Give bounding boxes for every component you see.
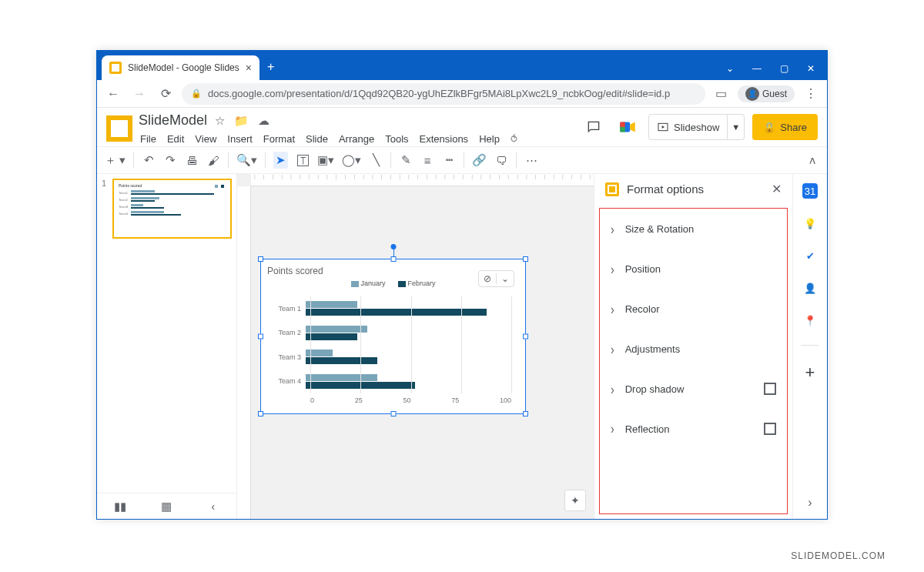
resize-handle[interactable] [258, 334, 263, 340]
slides-favicon-icon [109, 62, 122, 74]
select-tool[interactable]: ➤ [273, 152, 288, 169]
menu-slide[interactable]: Slide [304, 132, 330, 146]
comments-button[interactable] [581, 114, 607, 140]
menu-edit[interactable]: Edit [166, 132, 186, 146]
move-icon[interactable]: 📁 [234, 114, 249, 128]
address-bar: ← → ⟳ 🔒 docs.google.com/presentation/d/1… [97, 80, 827, 108]
new-slide-button[interactable]: ＋ ▾ [105, 153, 126, 168]
slide-thumbnail[interactable]: Points scored Team1 Team2 Team3 Team4 [112, 179, 232, 239]
cloud-status-icon[interactable]: ☁ [258, 114, 270, 128]
calendar-icon[interactable]: 31 [802, 183, 818, 199]
chevron-right-icon: › [611, 341, 614, 357]
close-window-icon[interactable]: ✕ [807, 63, 815, 74]
resize-handle[interactable] [258, 256, 263, 262]
format-option-position[interactable]: ›Position [600, 249, 787, 289]
zoom-button[interactable]: 🔍▾ [236, 153, 257, 167]
menu-help[interactable]: Help [477, 132, 501, 146]
chevron-right-icon: › [611, 421, 614, 437]
border-weight-tool[interactable]: ≡ [420, 154, 434, 167]
menu-tools[interactable]: Tools [383, 132, 410, 146]
close-tab-icon[interactable]: × [246, 62, 252, 74]
format-option-reflection[interactable]: ›Reflection [600, 409, 787, 449]
share-button[interactable]: 🔒 Share [752, 114, 818, 140]
unlink-icon[interactable]: ⊘ [479, 273, 496, 284]
filmstrip-view-icon[interactable]: ▮▮ [97, 500, 143, 513]
link-button[interactable]: 🔗 [472, 153, 487, 167]
selected-chart-object[interactable]: Points scored January February ⊘ ⌄ Team … [260, 259, 526, 414]
reading-list-icon[interactable]: ▭ [711, 86, 732, 101]
add-addon-button[interactable]: + [805, 363, 815, 383]
keep-icon[interactable]: 💡 [802, 216, 818, 231]
line-tool[interactable]: ╲ [369, 153, 383, 167]
comment-button[interactable]: 🗨 [494, 154, 508, 167]
menu-insert[interactable]: Insert [226, 132, 254, 146]
grid-view-icon[interactable]: ▦ [143, 500, 189, 513]
document-title[interactable]: SlideModel [139, 112, 207, 129]
checkbox[interactable] [764, 423, 776, 435]
star-icon[interactable]: ☆ [215, 114, 225, 128]
menu-bar: File Edit View Insert Format Slide Arran… [139, 132, 519, 146]
chrome-menu-icon[interactable]: ⋮ [801, 86, 821, 101]
collapse-toolbar-button[interactable]: ʌ [805, 154, 819, 166]
url-field[interactable]: 🔒 docs.google.com/presentation/d/1Qqd92Q… [182, 83, 705, 105]
contacts-icon[interactable]: 👤 [802, 280, 818, 296]
window-controls: ⌄ — ▢ ✕ [714, 63, 827, 80]
shape-tool[interactable]: ◯▾ [342, 153, 361, 167]
image-tool[interactable]: ▣▾ [317, 153, 334, 167]
menu-extensions[interactable]: Extensions [418, 132, 470, 146]
profile-label: Guest [762, 89, 787, 99]
format-option-label: Size & Rotation [625, 223, 695, 235]
resize-handle[interactable] [523, 411, 528, 416]
collapse-filmstrip-icon[interactable]: ‹ [190, 500, 236, 513]
format-option-drop-shadow[interactable]: ›Drop shadow [600, 369, 787, 409]
last-edit-icon[interactable]: ⥀ [509, 132, 519, 146]
resize-handle[interactable] [390, 411, 396, 416]
paint-format-button[interactable]: 🖌 [206, 154, 220, 167]
chevron-down-icon[interactable]: ⌄ [726, 63, 734, 74]
new-tab-button[interactable]: + [267, 60, 274, 74]
resize-handle[interactable] [258, 411, 263, 416]
close-panel-button[interactable]: ✕ [772, 182, 782, 196]
linked-chart-controls[interactable]: ⊘ ⌄ [478, 270, 514, 287]
vertical-ruler [237, 186, 251, 519]
redo-button[interactable]: ↷ [163, 153, 177, 167]
textbox-tool[interactable]: 🅃 [296, 154, 310, 167]
border-color-tool[interactable]: ✎ [399, 153, 413, 167]
explore-button[interactable]: ✦ [564, 490, 586, 511]
expand-sidepanel-icon[interactable]: › [808, 496, 812, 510]
resize-handle[interactable] [390, 256, 396, 262]
meet-button[interactable] [614, 114, 641, 140]
slides-logo-icon[interactable] [106, 115, 132, 142]
maximize-icon[interactable]: ▢ [780, 63, 788, 74]
resize-handle[interactable] [523, 256, 528, 262]
format-option-adjustments[interactable]: ›Adjustments [600, 329, 787, 369]
slideshow-dropdown[interactable]: ▼ [728, 114, 745, 140]
svg-rect-2 [620, 127, 625, 132]
slideshow-button[interactable]: Slideshow [648, 114, 728, 140]
browser-tab[interactable]: SlideModel - Google Slides × [102, 55, 259, 80]
tasks-icon[interactable]: ✔ [802, 248, 818, 263]
format-option-size-rotation[interactable]: ›Size & Rotation [600, 209, 787, 249]
resize-handle[interactable] [523, 334, 528, 340]
canvas[interactable]: | | | | | | | | | | | | | | | | | | | | … [237, 174, 594, 519]
undo-button[interactable]: ↶ [142, 153, 156, 167]
format-option-recolor[interactable]: ›Recolor [600, 289, 787, 329]
back-button[interactable]: ← [103, 87, 123, 101]
linked-dropdown-icon[interactable]: ⌄ [497, 273, 514, 284]
checkbox[interactable] [764, 383, 776, 395]
more-button[interactable]: ⋯ [524, 153, 538, 167]
border-dash-tool[interactable]: ┅ [442, 153, 456, 167]
menu-format[interactable]: Format [262, 132, 296, 146]
menu-arrange[interactable]: Arrange [337, 132, 376, 146]
reload-button[interactable]: ⟳ [156, 86, 176, 101]
maps-icon[interactable]: 📍 [802, 313, 818, 328]
profile-button[interactable]: 👤 Guest [738, 85, 795, 102]
menu-file[interactable]: File [139, 132, 158, 146]
format-option-label: Adjustments [625, 343, 681, 355]
minimize-icon[interactable]: — [752, 63, 762, 74]
chart-legend: January February [350, 279, 435, 287]
highlighted-section: ›Size & Rotation›Position›Recolor›Adjust… [599, 208, 788, 514]
menu-view[interactable]: View [193, 132, 218, 146]
filmstrip: 1 Points scored Team1 Team2 Team3 Team4 … [97, 174, 237, 519]
print-button[interactable]: 🖶 [185, 154, 199, 167]
